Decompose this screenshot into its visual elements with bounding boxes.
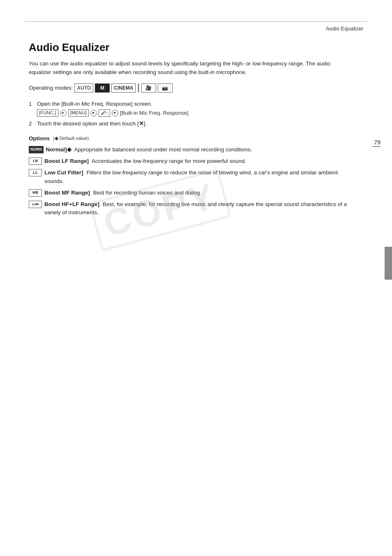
top-rule [25, 21, 367, 22]
option-boost-mf-text: Boost MF Range] Best for recording human… [44, 189, 201, 197]
option-normal: NORM Normal]◆ Appropriate for balanced s… [29, 146, 347, 154]
option-low-cut-text: Low Cut Filter] Filters the low-frequenc… [44, 169, 347, 185]
intro-text: You can use the audio equalizer to adjus… [29, 60, 347, 77]
option-boost-hf-lf-text: Boost HF+LF Range] Best, for example, fo… [44, 200, 347, 217]
step-1: 1 Open the [Built-in Mic Freq. Response]… [29, 100, 347, 117]
arrow-3: ► [112, 110, 118, 116]
arrow-2: ► [90, 110, 97, 116]
step-2: 2 Touch the desired option and then touc… [29, 120, 347, 128]
mode-cinema: CINEMA [111, 83, 136, 93]
badge-mb: MB [29, 189, 42, 197]
mode-icon-camera: 🎥 [141, 83, 156, 93]
mode-separator [138, 83, 139, 93]
option-boost-lf-text: Boost LF Range] Accentuates the low-freq… [44, 157, 246, 165]
header-title: Audio Equalizer [326, 25, 363, 32]
mode-icon-photo: 📷 [158, 83, 173, 93]
step-1-text: Open the [Built-in Mic Freq. Response] s… [37, 101, 152, 107]
operating-modes-label: Operating modes: [29, 85, 73, 91]
options-header: Options (◆ Default value) [29, 135, 347, 141]
option-normal-text: Normal]◆ Appropriate for balanced sound … [46, 146, 252, 154]
mic-icon: 🎤□ [99, 109, 110, 117]
option-low-cut: LC Low Cut Filter] Filters the low-frequ… [29, 169, 347, 185]
option-boost-mf: MB Boost MF Range] Best for recording hu… [29, 189, 347, 197]
badge-norm: NORM [29, 146, 44, 153]
options-label: Options [29, 135, 50, 141]
page-number-rule [372, 146, 380, 147]
step-2-content: Touch the desired option and then touch … [37, 120, 347, 128]
arrow-1: ► [60, 110, 67, 116]
menu-path-text: [Built-in Mic Freq. Response] [120, 109, 189, 117]
right-tab [385, 247, 392, 280]
page-number: 79 [374, 139, 380, 146]
option-boost-hf-lf: LHB Boost HF+LF Range] Best, for example… [29, 200, 347, 217]
func-button: [FUNC.] [37, 109, 58, 117]
step-2-num: 2 [29, 120, 37, 128]
badge-lc: LC [29, 169, 42, 176]
default-note: (◆ Default value) [53, 135, 89, 141]
main-content: Audio Equalizer You can use the audio eq… [29, 41, 347, 220]
badge-lhb: LHB [29, 201, 42, 208]
page-title: Audio Equalizer [29, 41, 347, 54]
option-boost-lf: LB Boost LF Range] Accentuates the low-f… [29, 157, 347, 165]
menu-button: [MENU] [68, 109, 89, 117]
step-1-content: Open the [Built-in Mic Freq. Response] s… [37, 100, 347, 117]
step-1-num: 1 [29, 100, 37, 108]
step-1-sub: [FUNC.] ► [MENU] ► 🎤□ ► [Built-in Mic Fr… [37, 109, 347, 117]
steps: 1 Open the [Built-in Mic Freq. Response]… [29, 100, 347, 128]
operating-modes-row: Operating modes: AUTO M CINEMA 🎥 📷 [29, 83, 347, 93]
step-2-text: Touch the desired option and then touch … [37, 120, 147, 127]
mode-m: M [95, 83, 110, 93]
mode-auto: AUTO [74, 83, 93, 93]
badge-lb: LB [29, 158, 42, 165]
